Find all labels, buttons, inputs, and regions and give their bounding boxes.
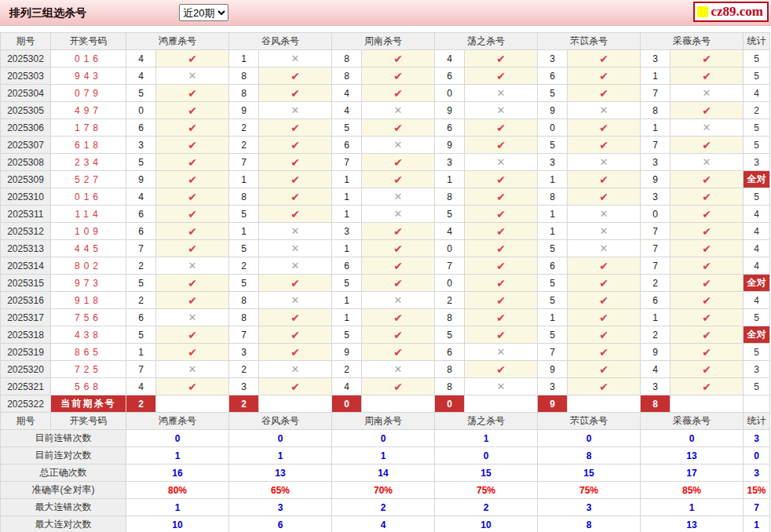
check-icon: ✔ bbox=[702, 242, 711, 255]
kill-number-cell: 3 bbox=[538, 378, 568, 395]
kill-number-cell: 3 bbox=[641, 188, 671, 206]
kill-mark-cell: ✔ bbox=[568, 137, 641, 154]
check-icon: ✔ bbox=[496, 173, 506, 186]
kill-mark-cell: ✔ bbox=[156, 326, 229, 344]
kill-mark-cell: ✕ bbox=[465, 154, 538, 171]
summary-value-cell: 70% bbox=[332, 482, 435, 499]
check-icon: ✔ bbox=[188, 225, 197, 238]
draw-numbers-cell: 865 bbox=[51, 344, 126, 361]
kill-number-cell: 1 bbox=[332, 171, 362, 188]
period-cell: 2025320 bbox=[1, 361, 51, 378]
check-icon: ✔ bbox=[496, 191, 506, 203]
kill-number-cell: 2 bbox=[641, 326, 671, 344]
kill-number-cell: 7 bbox=[229, 154, 259, 171]
period-cell: 2025308 bbox=[1, 154, 51, 171]
site-logo[interactable]: cz89.com bbox=[693, 2, 769, 22]
kill-number-cell: 8 bbox=[332, 50, 362, 67]
kill-number-cell: 6 bbox=[435, 119, 465, 137]
check-icon: ✔ bbox=[702, 191, 711, 203]
kill-number-cell: 8 bbox=[435, 309, 465, 326]
kill-mark-cell: ✔ bbox=[671, 309, 744, 326]
cross-icon: ✕ bbox=[600, 208, 608, 220]
stat-cell: 5 bbox=[744, 378, 770, 395]
kill-number-cell: 6 bbox=[435, 344, 465, 361]
kill-mark-cell: ✔ bbox=[259, 378, 332, 395]
current-period-row: 2025322当前期杀号220098 bbox=[1, 395, 770, 413]
col-header-period: 期号 bbox=[1, 33, 51, 50]
kill-number-cell: 3 bbox=[641, 154, 671, 171]
cross-icon: ✕ bbox=[497, 104, 506, 116]
cross-icon: ✕ bbox=[291, 225, 300, 237]
stat-cell: 4 bbox=[744, 206, 770, 223]
cross-icon: ✕ bbox=[497, 381, 506, 392]
kill-number-cell: 6 bbox=[538, 67, 568, 85]
check-icon: ✔ bbox=[496, 363, 506, 376]
stat-cell: 5 bbox=[744, 119, 770, 137]
logo-text: cz89.com bbox=[711, 4, 763, 20]
col-header-expert-3: 周南杀号 bbox=[332, 33, 435, 50]
kill-mark-cell: ✔ bbox=[362, 223, 435, 240]
kill-number-cell: 6 bbox=[126, 119, 156, 137]
all-correct-badge: 全对 bbox=[744, 275, 770, 292]
check-icon: ✔ bbox=[496, 70, 506, 82]
kill-number-cell: 0 bbox=[435, 275, 465, 292]
check-icon: ✔ bbox=[188, 346, 197, 359]
summary-label-cell: 最大连对次数 bbox=[1, 516, 126, 532]
kill-number-cell: 8 bbox=[332, 67, 362, 85]
kill-mark-cell: ✔ bbox=[671, 223, 744, 240]
kill-number-cell: 3 bbox=[641, 378, 671, 395]
check-icon: ✔ bbox=[599, 260, 608, 272]
check-icon: ✔ bbox=[393, 70, 403, 82]
kill-mark-cell: ✔ bbox=[465, 240, 538, 257]
kill-mark-cell: ✕ bbox=[362, 292, 435, 309]
cross-icon: ✕ bbox=[703, 156, 711, 168]
stat-cell: 5 bbox=[744, 50, 770, 67]
period-range-select[interactable]: 近20期 bbox=[179, 4, 228, 21]
check-icon: ✔ bbox=[496, 208, 506, 220]
kill-mark-cell: ✔ bbox=[259, 67, 332, 85]
kill-mark-cell: ✔ bbox=[259, 154, 332, 171]
draw-numbers-cell: 234 bbox=[51, 154, 126, 171]
kill-number-cell: 2 bbox=[641, 275, 671, 292]
check-icon: ✔ bbox=[496, 294, 506, 307]
table-row: 20253040795✔8✔4✔0✕5✔7✕4 bbox=[1, 85, 770, 102]
stat-cell: 3 bbox=[744, 154, 770, 171]
kill-number-cell: 7 bbox=[641, 257, 671, 275]
kill-number-cell: 2 bbox=[435, 292, 465, 309]
kill-mark-cell: ✔ bbox=[465, 188, 538, 206]
kill-number-cell: 9 bbox=[435, 137, 465, 154]
period-cell: 2025318 bbox=[1, 326, 51, 344]
kill-mark-cell: ✔ bbox=[568, 171, 641, 188]
check-icon: ✔ bbox=[188, 242, 197, 255]
kill-mark-cell: ✔ bbox=[465, 119, 538, 137]
draw-numbers-cell: 438 bbox=[51, 326, 126, 344]
col-header-numbers: 开奖号码 bbox=[51, 33, 126, 50]
check-icon: ✔ bbox=[599, 294, 608, 307]
kill-mark-cell: ✕ bbox=[465, 344, 538, 361]
kill-number-cell: 8 bbox=[229, 67, 259, 85]
kill-mark-cell: ✔ bbox=[362, 240, 435, 257]
period-cell: 2025303 bbox=[1, 67, 51, 85]
kill-number-cell: 5 bbox=[332, 326, 362, 344]
draw-numbers-cell: 527 bbox=[51, 171, 126, 188]
table-row: 20253207257✕2✕2✕8✔9✔4✔3 bbox=[1, 361, 770, 378]
kill-mark-cell: ✔ bbox=[465, 309, 538, 326]
kill-number-cell: 1 bbox=[538, 309, 568, 326]
kill-mark-cell: ✔ bbox=[362, 344, 435, 361]
kill-mark-cell: ✔ bbox=[259, 206, 332, 223]
check-icon: ✔ bbox=[702, 329, 711, 341]
kill-number-cell: 1 bbox=[229, 223, 259, 240]
kill-number-cell: 7 bbox=[332, 154, 362, 171]
cross-icon: ✕ bbox=[291, 53, 300, 64]
table-row: 20253159735✔5✔5✔0✔5✔2✔全对 bbox=[1, 275, 770, 292]
kill-mark-cell: ✔ bbox=[156, 240, 229, 257]
kill-mark-cell: ✕ bbox=[156, 257, 229, 275]
kill-mark-cell: ✔ bbox=[568, 85, 641, 102]
stat-cell: 4 bbox=[744, 257, 770, 275]
kill-number-cell: 4 bbox=[435, 50, 465, 67]
kill-mark-cell: ✕ bbox=[362, 361, 435, 378]
summary-value-cell: 3 bbox=[538, 499, 641, 516]
check-icon: ✔ bbox=[290, 139, 300, 151]
kill-mark-cell-empty bbox=[156, 395, 229, 413]
summary-row: 最大连错次数1322317 bbox=[1, 499, 770, 516]
